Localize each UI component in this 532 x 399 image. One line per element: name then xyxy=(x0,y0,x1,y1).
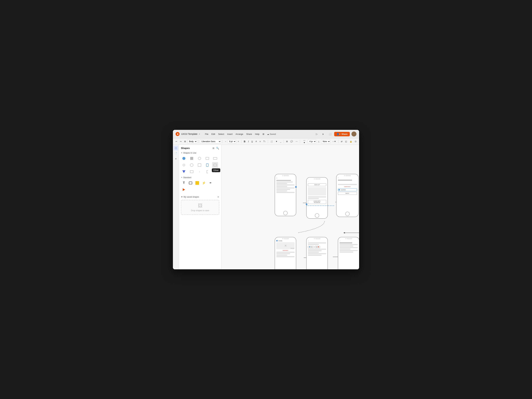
shapes-panel-header: Shapes ⊞ 🔍 xyxy=(179,145,221,151)
link-btn[interactable]: ⊞ xyxy=(285,140,289,143)
phone-frame-6: ≡ xyxy=(338,237,359,269)
std-pen-item[interactable]: ✒ xyxy=(208,180,214,186)
shapes-tool[interactable]: ⬡ xyxy=(174,146,178,150)
user-avatar[interactable] xyxy=(351,131,356,136)
undo-btn[interactable]: ↩ xyxy=(175,140,178,143)
saved-shapes-label: My saved shapes xyxy=(184,196,199,198)
shape-arrow[interactable]: › xyxy=(196,169,203,175)
menu-select[interactable]: Select xyxy=(217,132,225,136)
underline-btn[interactable]: U xyxy=(250,140,254,143)
phone-2-content: ‹ SIGN UP LOGIN WITHFACEBOOK xyxy=(307,180,328,213)
standard-section-header: ▼ Standard xyxy=(179,175,221,179)
std-rect-item[interactable] xyxy=(188,180,194,186)
present-btn[interactable]: ▷ xyxy=(314,131,319,136)
redo-btn[interactable]: ↪ xyxy=(179,140,183,143)
shape-cursor[interactable]: ↖ xyxy=(212,169,218,175)
screen-btn[interactable]: ⬜ xyxy=(328,131,332,136)
shape-rect2[interactable] xyxy=(196,162,203,168)
font-size-select[interactable]: 8 pt xyxy=(228,140,236,143)
none-select[interactable]: None xyxy=(321,140,330,143)
lock-btn[interactable]: 🔒 xyxy=(349,140,353,143)
rect-shape-icon xyxy=(189,182,192,184)
saved-close-btn[interactable]: ✕ xyxy=(217,196,219,198)
phone-2-inner: ‹ SIGN UP LOGIN WITHFACEBOOK xyxy=(307,178,328,218)
align-btn[interactable]: ≡ xyxy=(259,140,262,143)
phone-3-top xyxy=(336,174,358,177)
bold-btn[interactable]: B xyxy=(243,140,246,143)
phone-6-dot xyxy=(345,238,346,239)
tool-strip: ⬡ 📄 ≡ xyxy=(173,145,179,269)
shape-fill-btn[interactable]: ⬜ xyxy=(269,140,274,143)
collapse-btn[interactable]: ⊡ xyxy=(354,140,357,143)
menu-arrange[interactable]: Arrange xyxy=(234,132,245,136)
canvas-area[interactable]: ≡ xyxy=(222,145,359,269)
shapes-search-icon[interactable]: 🔍 xyxy=(216,147,219,150)
shape-rect3[interactable] xyxy=(189,169,195,175)
line-weight-select[interactable]: 4 px xyxy=(308,140,316,143)
text-style-btn[interactable]: T↕ xyxy=(262,140,266,143)
shapes-panel-title: Shapes xyxy=(181,147,190,149)
shape-circle-sm[interactable] xyxy=(181,162,187,168)
style-select[interactable]: Body xyxy=(188,140,197,143)
highlight-btn[interactable]: ▼ xyxy=(274,140,279,143)
shape-rect-outline[interactable] xyxy=(204,155,210,161)
std-play-item[interactable] xyxy=(181,187,187,193)
play-btn[interactable]: ⏵ xyxy=(321,131,326,136)
sep5 xyxy=(284,140,284,143)
flip-btn[interactable]: ⇄ xyxy=(340,140,343,143)
home-label: HOME xyxy=(278,240,282,242)
sep2 xyxy=(222,140,223,143)
drop-zone[interactable]: 🖼 Drop shapes to save xyxy=(181,200,219,215)
shape-circle-outline[interactable] xyxy=(196,155,203,161)
font-increase-btn[interactable]: + xyxy=(237,140,240,143)
star-icon[interactable]: ★ xyxy=(198,133,200,135)
shape-filled-circle[interactable] xyxy=(181,155,187,161)
underline2-btn[interactable]: _ xyxy=(279,140,282,143)
shape-filled-rect[interactable] xyxy=(189,155,195,161)
shapes-in-use-label: Shapes In Use xyxy=(183,152,196,154)
menu-insert[interactable]: Insert xyxy=(226,132,234,136)
font-decrease-btn[interactable]: − xyxy=(224,140,227,143)
std-sticky-item[interactable] xyxy=(194,180,200,186)
arrow-select[interactable]: →▼ xyxy=(331,140,337,143)
phone-frame-4: HOME ✕ IMAGE WARNING xyxy=(275,237,296,269)
line-style-btn[interactable]: —▼ xyxy=(301,139,307,144)
login-facebook-btn: LOGIN WITHFACEBOOK xyxy=(308,200,326,204)
menu-edit[interactable]: Edit xyxy=(210,132,216,136)
shape-selected[interactable]: Ether xyxy=(212,162,218,168)
menu-grid[interactable]: ⊞ xyxy=(261,132,266,136)
more-btn[interactable]: ⋯ xyxy=(295,140,298,143)
format-btn[interactable]: ⊞ xyxy=(183,140,187,143)
standard-grid: T ⚡ ✒ xyxy=(179,179,221,193)
lightning-icon: ⚡ xyxy=(202,181,206,185)
app-logo: ◈ xyxy=(176,132,180,136)
canvas: ≡ xyxy=(222,145,359,269)
shapes-grid-icon[interactable]: ⊞ xyxy=(212,147,215,150)
share-icon: 👤+ xyxy=(336,133,341,135)
shape-phone-outline[interactable] xyxy=(204,162,210,168)
menu-file[interactable]: File xyxy=(204,132,210,136)
back-btn: BACK xyxy=(338,192,357,195)
font-select[interactable]: Liberation Sans xyxy=(200,140,221,143)
menu-bar: File Edit Select Insert Arrange Share He… xyxy=(204,132,266,136)
phone-6-top xyxy=(338,237,359,240)
std-lightning-item[interactable]: ⚡ xyxy=(201,180,207,186)
main-area: ⬡ 📄 ≡ Shapes ⊞ 🔍 ▼ Shapes In Use xyxy=(173,145,359,269)
shape-rect-wide[interactable] xyxy=(212,155,218,161)
comment-btn[interactable]: 💬 xyxy=(289,140,294,143)
share-button[interactable]: 👤+ Share xyxy=(334,132,350,136)
std-text-item[interactable]: T xyxy=(181,180,187,186)
font-color-btn[interactable]: A xyxy=(254,140,258,143)
layers-tool[interactable]: ≡ xyxy=(174,156,178,161)
line-end-btn[interactable]: ⊥ xyxy=(317,140,321,143)
menu-help[interactable]: Help xyxy=(254,132,261,136)
shape-bracket[interactable] xyxy=(204,169,210,175)
menu-share[interactable]: Share xyxy=(245,132,253,136)
italic-btn[interactable]: I xyxy=(247,140,250,143)
shape-circle-lg[interactable] xyxy=(189,162,195,168)
shape-triangle[interactable] xyxy=(181,169,187,175)
group-btn[interactable]: ◱ xyxy=(344,140,348,143)
phone-frame-5: ≡ YES NO xyxy=(306,237,328,269)
phone-4-image: ✕ IMAGE xyxy=(276,242,295,249)
pages-tool[interactable]: 📄 xyxy=(174,151,178,156)
